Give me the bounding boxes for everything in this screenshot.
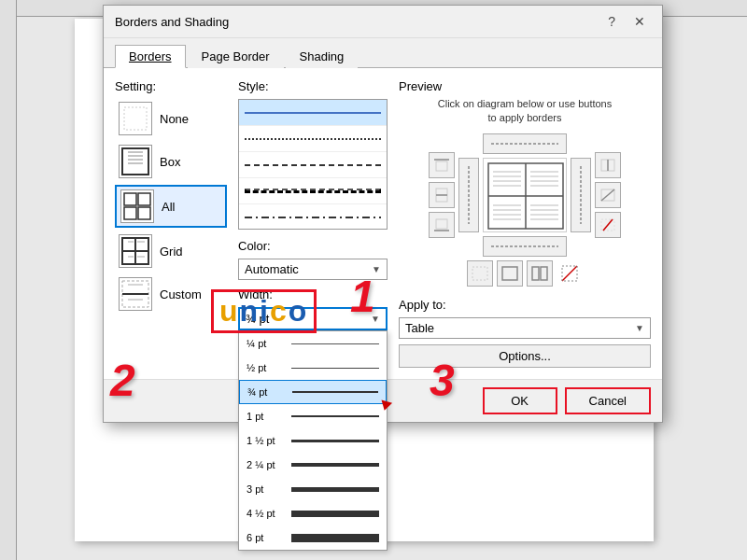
preview-left-btn[interactable] <box>458 158 479 232</box>
style-dash-dot-line <box>245 217 381 218</box>
width-section: Width: ¾ pt ▼ ¼ pt ½ pt <box>238 287 388 330</box>
preview-canvas[interactable] <box>483 158 567 232</box>
box-icon-svg <box>120 147 150 176</box>
bottom-btn-1-icon <box>471 264 489 283</box>
preview-middle-v-border-btn[interactable] <box>595 152 621 178</box>
setting-grid-icon <box>119 234 152 268</box>
setting-box-icon <box>119 145 152 178</box>
tab-shading[interactable]: Shading <box>286 45 359 68</box>
width-3pt-line <box>291 487 379 492</box>
options-button[interactable]: Options... <box>399 344 651 368</box>
style-item-dashed[interactable] <box>239 178 387 204</box>
width-option-quarter[interactable]: ¼ pt <box>239 331 387 356</box>
help-button[interactable]: ? <box>602 13 621 30</box>
preview-right-btn[interactable] <box>571 158 591 232</box>
preview-bottom-btn[interactable] <box>483 236 567 257</box>
apply-to-value: Table <box>405 321 434 335</box>
tab-borders[interactable]: Borders <box>115 45 186 68</box>
width-option-1half[interactable]: 1 ½ pt <box>239 428 387 453</box>
setting-box-label: Box <box>160 155 180 169</box>
preview-no-border-btn[interactable] <box>595 212 621 238</box>
color-label: Color: <box>238 239 388 253</box>
setting-all-icon <box>120 189 154 223</box>
dialog-title: Borders and Shading <box>115 15 229 29</box>
style-item-solid[interactable] <box>239 100 387 126</box>
setting-none-label: None <box>160 112 189 126</box>
setting-all[interactable]: All <box>115 185 227 228</box>
svg-line-53 <box>601 189 614 201</box>
setting-custom-label: Custom <box>160 287 202 301</box>
width-option-6pt[interactable]: 6 pt <box>239 525 387 550</box>
width-threequarter-line <box>292 391 378 393</box>
width-dropdown-open[interactable]: ¼ pt ½ pt ¾ pt 1 pt <box>238 330 388 551</box>
style-list[interactable] <box>238 99 388 230</box>
apply-to-dropdown[interactable]: Table ▼ <box>399 317 651 339</box>
grid-icon-svg <box>120 236 150 266</box>
svg-line-55 <box>603 219 613 231</box>
preview-canvas-row <box>458 158 591 232</box>
preview-top-btn[interactable] <box>483 133 567 154</box>
preview-bottom-border-btn[interactable] <box>429 212 455 238</box>
setting-all-label: All <box>162 200 175 214</box>
middle-v-border-icon <box>599 156 617 175</box>
svg-rect-8 <box>124 207 136 219</box>
preview-middle-h-border-btn[interactable] <box>429 182 455 208</box>
preview-label: Preview <box>399 79 651 93</box>
setting-none-icon <box>119 102 152 135</box>
setting-label: Setting: <box>115 79 227 93</box>
close-button[interactable]: ✕ <box>628 13 651 30</box>
width-2quarter-line <box>291 463 379 467</box>
preview-left-btn-icon <box>460 162 477 228</box>
width-option-threequarter[interactable]: ¾ pt <box>239 380 387 404</box>
preview-bottom-btn-3[interactable] <box>527 260 553 287</box>
svg-rect-59 <box>541 267 547 280</box>
style-item-dashed-fine[interactable] <box>239 152 387 178</box>
top-border-icon <box>432 156 451 175</box>
preview-bottom-btn-1[interactable] <box>467 260 493 287</box>
preview-left-buttons <box>429 152 455 238</box>
ok-button[interactable]: OK <box>483 387 557 414</box>
width-4half-label: 4 ½ pt <box>247 508 282 519</box>
cancel-button[interactable]: Cancel <box>565 387 651 414</box>
setting-box[interactable]: Box <box>115 142 227 181</box>
width-half-line <box>291 368 379 369</box>
dialog-body: Setting: None <box>104 68 662 379</box>
preview-bottom-btn-2[interactable] <box>497 260 523 287</box>
style-item-dotted[interactable] <box>239 126 387 152</box>
width-display[interactable]: ¾ pt ▼ <box>238 307 388 330</box>
width-option-half[interactable]: ½ pt <box>239 356 387 380</box>
width-6pt-line <box>291 534 379 542</box>
preview-container <box>399 133 651 257</box>
width-option-3pt[interactable]: 3 pt <box>239 477 387 501</box>
svg-rect-0 <box>124 107 147 130</box>
custom-icon-svg <box>120 279 150 309</box>
setting-grid[interactable]: Grid <box>115 231 227 271</box>
setting-panel: Setting: None <box>115 79 227 368</box>
style-color-width-panel: Style: Color: <box>238 79 388 368</box>
tab-page-border-label: Page Border <box>202 49 270 63</box>
style-dashed-line <box>245 164 381 166</box>
tab-page-border[interactable]: Page Border <box>188 45 284 68</box>
svg-rect-56 <box>472 267 487 280</box>
preview-diagonal1-btn[interactable] <box>595 182 621 208</box>
setting-custom[interactable]: Custom <box>115 274 227 314</box>
width-threequarter-label: ¾ pt <box>247 386 283 398</box>
tab-shading-label: Shading <box>300 49 345 63</box>
svg-line-60 <box>562 266 577 281</box>
width-1pt-label: 1 pt <box>247 411 282 422</box>
titlebar-actions: ? ✕ <box>602 13 651 30</box>
color-dropdown[interactable]: Automatic ▼ <box>238 259 388 280</box>
width-option-4half[interactable]: 4 ½ pt <box>239 501 387 525</box>
setting-none[interactable]: None <box>115 99 227 138</box>
width-option-2quarter[interactable]: 2 ¼ pt <box>239 453 387 477</box>
style-item-dash-dot[interactable] <box>239 204 387 230</box>
ruler-vertical <box>0 0 17 560</box>
dialog-titlebar: Borders and Shading ? ✕ <box>104 6 662 38</box>
color-chevron-icon: ▼ <box>372 264 381 274</box>
preview-bottom-btn-4[interactable] <box>557 260 583 287</box>
preview-top-border-btn[interactable] <box>429 152 455 178</box>
preview-table-svg <box>484 159 566 231</box>
svg-rect-22 <box>436 161 447 171</box>
svg-rect-9 <box>138 207 150 219</box>
width-option-1pt[interactable]: 1 pt <box>239 404 387 428</box>
